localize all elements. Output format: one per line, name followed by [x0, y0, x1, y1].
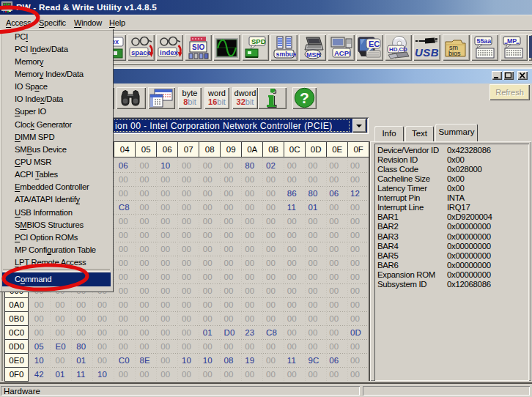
svg-text:55aa: 55aa — [477, 37, 492, 45]
svg-text:ACPI: ACPI — [334, 49, 351, 57]
svg-text:bios: bios — [448, 50, 461, 57]
svg-text:USB: USB — [415, 46, 439, 59]
svg-text:SPD: SPD — [251, 37, 266, 45]
svg-text:MSR: MSR — [306, 51, 322, 59]
svg-text:EC: EC — [369, 40, 380, 48]
svg-text:space: space — [131, 48, 151, 56]
svg-text:smbus: smbus — [276, 51, 297, 58]
svg-text:index: index — [160, 48, 179, 56]
svg-text:MP: MP — [507, 37, 517, 45]
svg-text:HD,CD: HD,CD — [389, 46, 407, 53]
svg-text:?: ? — [300, 89, 309, 106]
svg-text:SIO: SIO — [192, 43, 204, 51]
